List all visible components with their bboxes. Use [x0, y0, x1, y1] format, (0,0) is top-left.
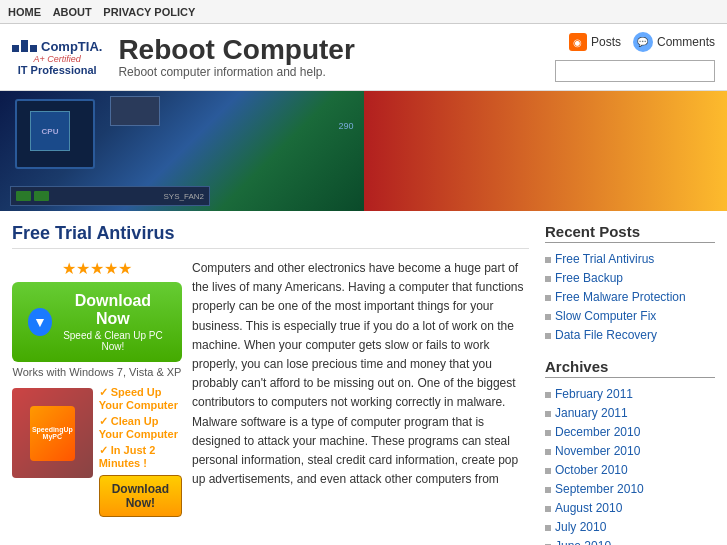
site-title: Reboot Computer: [118, 35, 555, 66]
speed-item-2: Clean Up Your Computer: [99, 413, 182, 442]
archives-section: Archives February 2011 January 2011 Dece…: [545, 358, 715, 545]
site-logo: CompTIA. A+ Certified IT Professional: [12, 39, 102, 76]
article-body: Computers and other electronics have bec…: [192, 259, 529, 489]
archives-title: Archives: [545, 358, 715, 378]
list-item: Free Trial Antivirus: [545, 249, 715, 268]
comptia-label: CompTIA.: [41, 39, 102, 54]
archive-link-0[interactable]: February 2011: [555, 387, 633, 401]
content-area: Free Trial Antivirus ★★★★★ ▼ Download No…: [12, 223, 529, 545]
list-item: October 2010: [545, 460, 715, 479]
list-item: June 2010: [545, 536, 715, 545]
download-button-2[interactable]: Download Now!: [99, 475, 182, 517]
list-item: August 2010: [545, 498, 715, 517]
logo-pcc-graphic: [12, 40, 37, 52]
list-item: July 2010: [545, 517, 715, 536]
recent-post-link-1[interactable]: Free Backup: [555, 271, 623, 285]
header-right: ◉ Posts 💬 Comments: [555, 32, 715, 82]
recent-posts-section: Recent Posts Free Trial Antivirus Free B…: [545, 223, 715, 344]
archive-link-4[interactable]: October 2010: [555, 463, 628, 477]
list-item: Slow Computer Fix: [545, 306, 715, 325]
recent-posts-title: Recent Posts: [545, 223, 715, 243]
ad-right: Computers and other electronics have bec…: [192, 259, 529, 517]
main-content: Free Trial Antivirus ★★★★★ ▼ Download No…: [0, 211, 727, 545]
comments-feed[interactable]: 💬 Comments: [633, 32, 715, 52]
archive-link-3[interactable]: November 2010: [555, 444, 640, 458]
list-item: January 2011: [545, 403, 715, 422]
top-navigation: HOME ABOUT PRIVACY POLICY: [0, 0, 727, 24]
recent-post-link-0[interactable]: Free Trial Antivirus: [555, 252, 654, 266]
search-input[interactable]: [555, 60, 715, 82]
list-item: September 2010: [545, 479, 715, 498]
site-banner: CPU SYS_FAN2 290: [0, 91, 727, 211]
search-box: [555, 60, 715, 82]
archive-link-6[interactable]: August 2010: [555, 501, 622, 515]
download-sublabel: Speed & Clean Up PC Now!: [60, 330, 166, 352]
download-label: Download Now: [60, 292, 166, 328]
speed-list: Speed Up Your Computer Clean Up Your Com…: [99, 384, 182, 471]
comments-icon: 💬: [633, 32, 653, 52]
list-item: Free Backup: [545, 268, 715, 287]
list-item: December 2010: [545, 422, 715, 441]
recent-post-link-3[interactable]: Slow Computer Fix: [555, 309, 656, 323]
nav-about[interactable]: ABOUT: [53, 6, 92, 18]
archives-list: February 2011 January 2011 December 2010…: [545, 384, 715, 545]
speed-item-1: Speed Up Your Computer: [99, 384, 182, 413]
speed-item-3: In Just 2 Minutes !: [99, 442, 182, 471]
posts-label: Posts: [591, 35, 621, 49]
nav-home[interactable]: HOME: [8, 6, 41, 18]
recent-posts-list: Free Trial Antivirus Free Backup Free Ma…: [545, 249, 715, 344]
site-header: CompTIA. A+ Certified IT Professional Re…: [0, 24, 727, 91]
logo-square2: [21, 40, 28, 52]
archive-link-1[interactable]: January 2011: [555, 406, 628, 420]
logo-square3: [30, 45, 37, 52]
site-title-block: Reboot Computer Reboot computer informat…: [118, 35, 555, 80]
archive-link-7[interactable]: July 2010: [555, 520, 606, 534]
comments-label: Comments: [657, 35, 715, 49]
archive-link-2[interactable]: December 2010: [555, 425, 640, 439]
site-subtitle: Reboot computer information and help.: [118, 65, 555, 79]
download-icon: ▼: [28, 308, 52, 336]
list-item: Data File Recovery: [545, 325, 715, 344]
recent-post-link-2[interactable]: Free Malware Protection: [555, 290, 686, 304]
star-rating: ★★★★★: [12, 259, 182, 278]
list-item: February 2011: [545, 384, 715, 403]
banner-left: CPU SYS_FAN2 290: [0, 91, 364, 211]
posts-feed[interactable]: ◉ Posts: [569, 33, 621, 51]
article-title: Free Trial Antivirus: [12, 223, 529, 249]
sidebar: Recent Posts Free Trial Antivirus Free B…: [545, 223, 715, 545]
recent-post-link-4[interactable]: Data File Recovery: [555, 328, 657, 342]
rss-icon: ◉: [569, 33, 587, 51]
nav-privacy[interactable]: PRIVACY POLICY: [103, 6, 195, 18]
works-text: Works with Windows 7, Vista & XP: [12, 366, 182, 378]
archive-link-5[interactable]: September 2010: [555, 482, 644, 496]
list-item: Free Malware Protection: [545, 287, 715, 306]
logo-square1: [12, 45, 19, 52]
ad-block: ★★★★★ ▼ Download Now Speed & Clean Up PC…: [12, 259, 529, 517]
ad-left: ★★★★★ ▼ Download Now Speed & Clean Up PC…: [12, 259, 182, 517]
it-prof-label: IT Professional: [18, 64, 97, 76]
a-cert-label: A+ Certified: [34, 54, 81, 64]
archive-link-8[interactable]: June 2010: [555, 539, 611, 545]
list-item: November 2010: [545, 441, 715, 460]
download-button[interactable]: ▼ Download Now Speed & Clean Up PC Now!: [12, 282, 182, 362]
product-box: SpeedingUp MyPC: [12, 388, 93, 478]
